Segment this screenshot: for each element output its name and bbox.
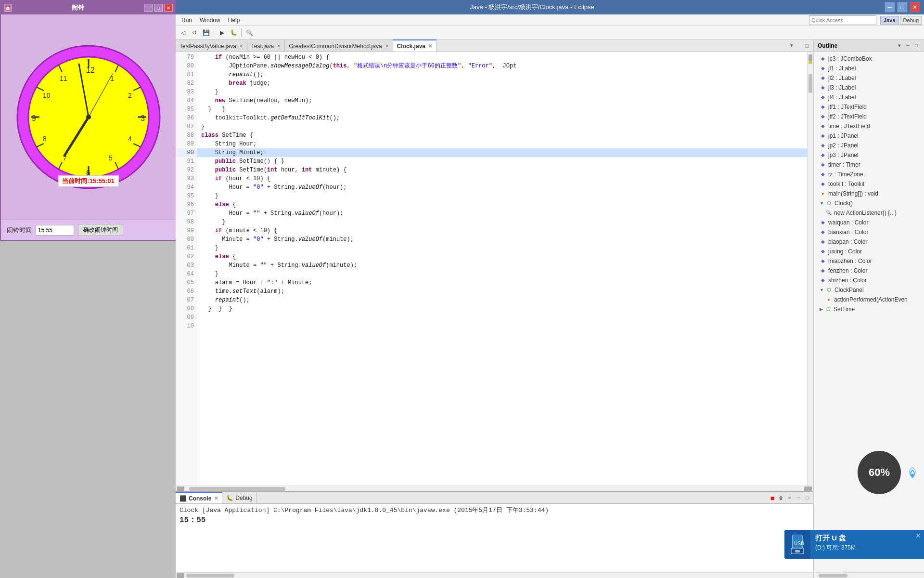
line-num-88: 88 [176, 131, 197, 140]
outline-item-tz[interactable]: ◆ tz : TimeZone [814, 170, 924, 179]
toolbar-save-button[interactable]: 💾 [201, 27, 211, 38]
tab-minimize-button[interactable]: ─ [796, 42, 803, 50]
eclipse-minimize-button[interactable]: ─ [885, 2, 895, 13]
menu-window[interactable]: Window [196, 16, 224, 25]
outline-item-clockpanel[interactable]: ▼ ⬡ ClockPanel [814, 285, 924, 295]
volume-level: 60% [869, 466, 890, 479]
console-stop-button[interactable]: ■ [769, 494, 776, 502]
tab-gcd[interactable]: GreatestCommonDivisorMehod.java ✕ [285, 39, 393, 52]
tab-maximize-button[interactable]: □ [803, 42, 811, 50]
outline-item-jl4[interactable]: ◆ jl4 : JLabel [814, 92, 924, 102]
outline-item-main[interactable]: ▸ main(String[]) : void [814, 189, 924, 198]
outline-item-jp3[interactable]: ◆ jp3 : JPanel [814, 150, 924, 160]
console-h-scrollbar[interactable] [176, 572, 813, 578]
usb-notification: USB 打开 U 盘 (D:) 可用: 375M ✕ [784, 530, 924, 559]
scrollbar-up-arrow[interactable] [808, 54, 812, 62]
perspective-java-button[interactable]: Java [880, 16, 898, 25]
outline-collapse-button[interactable]: ▾ [895, 42, 903, 50]
tab-testpassbyvalue[interactable]: TestPassByValue.java ✕ [176, 39, 247, 52]
alarm-input[interactable] [36, 225, 74, 236]
line-num-100: 00 [176, 235, 197, 244]
usb-close-button[interactable]: ✕ [912, 530, 924, 559]
outline-label-tz: tz : TimeZone [828, 170, 863, 179]
console-h-scroll-thumb[interactable] [186, 574, 234, 578]
tab-testpassbyvalue-close[interactable]: ✕ [239, 43, 243, 49]
tab-gcd-close[interactable]: ✕ [385, 43, 389, 49]
field-icon: ◆ [820, 229, 826, 236]
outline-item-actionperformed[interactable]: ▸ actionPerformed(ActionEven [814, 295, 924, 304]
outline-item-jl1[interactable]: ◆ jl1 : JLabel [814, 64, 924, 73]
outline-item-waiquan[interactable]: ◆ waiquan : Color [814, 218, 924, 227]
outline-item-shizhen[interactable]: ◆ shizhen : Color [814, 276, 924, 285]
outline-item-biaopan[interactable]: ◆ biaopan : Color [814, 237, 924, 247]
field-icon: ◆ [820, 55, 826, 62]
h-scroll-right[interactable] [804, 486, 812, 491]
editor-scrollbar[interactable] [807, 52, 813, 486]
outline-item-juxing[interactable]: ◆ juxing : Color [814, 247, 924, 256]
outline-item-bianxian[interactable]: ◆ bianxian : Color [814, 227, 924, 237]
console-options-button[interactable]: ≡ [786, 494, 794, 502]
eclipse-close-button[interactable]: ✕ [910, 2, 920, 13]
tab-clock[interactable]: Clock.java ✕ [393, 39, 436, 52]
console-h-scroll-left[interactable] [177, 573, 184, 578]
expand-triangle: ▼ [820, 198, 824, 208]
line-num-96: 96 [176, 200, 197, 209]
outline-h-scrollbar[interactable] [814, 572, 924, 578]
scrollbar-thumb[interactable] [808, 74, 812, 93]
console-minimize-button[interactable]: ─ [795, 494, 802, 502]
quick-access-input[interactable] [809, 15, 876, 25]
outline-item-actionlistener[interactable]: 🔍 new ActionListener() {...} [814, 208, 924, 218]
toolbar-search-button[interactable]: 🔍 [244, 27, 255, 38]
outline-minimize-button[interactable]: ─ [904, 42, 911, 50]
outline-item-clock[interactable]: ▼ ⬡ Clock() [814, 198, 924, 208]
outline-item-jl3[interactable]: ◆ jl3 : JLabel [814, 83, 924, 92]
toolbar-run-button[interactable]: ▶ [217, 27, 227, 38]
debug-tab[interactable]: 🐛 Debug [222, 492, 257, 503]
outline-label-timer: timer : Timer [828, 160, 860, 170]
console-tab[interactable]: ⬛ Console ✕ [176, 492, 222, 503]
outline-item-jp2[interactable]: ◆ jp2 : JPanel [814, 141, 924, 150]
console-tab-close[interactable]: ✕ [214, 496, 218, 501]
tab-test[interactable]: Test.java ✕ [247, 39, 285, 52]
outline-item-miaozhen[interactable]: ◆ miaozhen : Color [814, 256, 924, 266]
outline-item-settime[interactable]: ▶ ⬡ SetTime [814, 304, 924, 314]
console-toolbar: ■ 🗑 ≡ ─ □ [767, 492, 813, 503]
code-content[interactable]: if (newMin >= 60 || newHou < 0) { JOptio… [197, 52, 807, 486]
editor-h-scrollbar[interactable] [176, 486, 813, 491]
tab-clock-close[interactable]: ✕ [428, 43, 432, 49]
toolbar-debug-run-button[interactable]: 🐛 [228, 27, 239, 38]
outline-panel-header: Outline ▾ ─ □ [814, 39, 924, 52]
outline-item-jc3[interactable]: ◆ jc3 : JComboBox [814, 54, 924, 64]
outline-label-miaozhen: miaozhen : Color [828, 256, 872, 266]
outline-item-fenzhen[interactable]: ◆ fenzhen : Color [814, 266, 924, 276]
current-time-label: 当前时间:15:55:01 [58, 175, 118, 187]
set-alarm-button[interactable]: 确改闹钟时间 [78, 224, 123, 236]
outline-maximize-button[interactable]: □ [912, 42, 920, 50]
outline-item-jtf1[interactable]: ◆ jtf1 : JTextField [814, 102, 924, 112]
eclipse-maximize-button[interactable]: □ [897, 2, 908, 13]
console-clear-button[interactable]: 🗑 [777, 494, 785, 502]
menu-help[interactable]: Help [224, 16, 244, 25]
toolbar-back-button[interactable]: ◁ [178, 27, 188, 38]
tab-list-button[interactable]: ▾ [788, 42, 796, 50]
outline-item-jl2[interactable]: ◆ jl2 : JLabel [814, 73, 924, 83]
line-num-87: 87 [176, 122, 197, 131]
menu-run[interactable]: Run [178, 16, 196, 25]
h-scroll-thumb[interactable] [189, 487, 285, 491]
console-content: Clock [Java Application] C:\Program File… [176, 504, 813, 572]
console-maximize-button[interactable]: □ [803, 494, 811, 502]
clock-minimize-button[interactable]: ─ [144, 4, 153, 12]
toolbar-refresh-button[interactable]: ↺ [189, 27, 200, 38]
outline-item-time[interactable]: ◆ time : JTextField [814, 121, 924, 131]
outline-item-toolkit[interactable]: ◆ toolkit : Toolkit [814, 179, 924, 189]
outline-item-timer[interactable]: ◆ timer : Timer [814, 160, 924, 170]
outline-h-scroll-thumb[interactable] [819, 574, 847, 578]
perspective-debug-button[interactable]: Debug [900, 16, 922, 25]
tab-test-close[interactable]: ✕ [277, 43, 281, 49]
clock-close-button[interactable]: ✕ [164, 4, 173, 12]
outline-item-jtf2[interactable]: ◆ jtf2 : JTextField [814, 112, 924, 121]
volume-indicator: 60% [858, 451, 901, 494]
h-scroll-left[interactable] [177, 486, 184, 491]
clock-maximize-button[interactable]: □ [154, 4, 163, 12]
outline-item-jp1[interactable]: ◆ jp1 : JPanel [814, 131, 924, 141]
